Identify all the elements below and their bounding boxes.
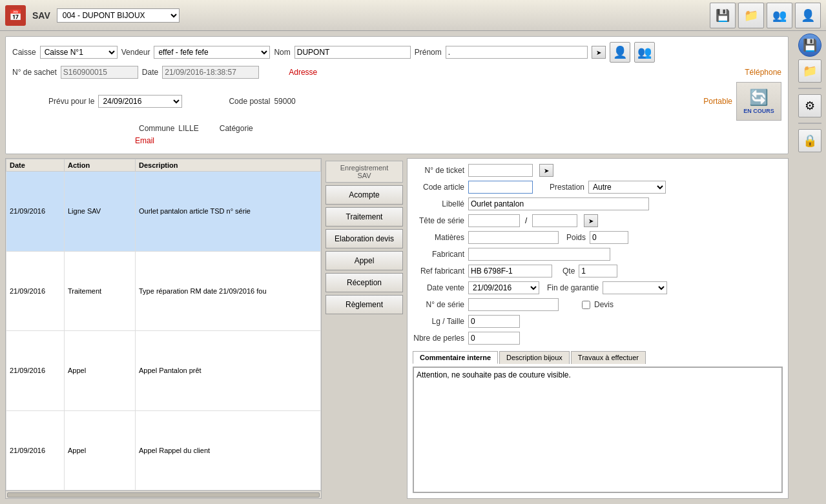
store-dropdown[interactable]: 004 - DUPONT BIJOUX: [57, 8, 180, 23]
save-button[interactable]: 💾: [710, 3, 736, 28]
devis-label: Devis: [594, 300, 614, 309]
sidebar-divider: [798, 88, 821, 89]
fin-garantie-label: Fin de garantie: [547, 283, 599, 292]
tabs-container: Commentaire interne Description bijoux T…: [413, 351, 783, 364]
commune-label: Commune: [139, 124, 174, 133]
date-label: Date: [142, 68, 158, 77]
code-postal-value: 59000: [274, 97, 295, 106]
sav-detail-panel: N° de ticket ➤ Code article Prestation A…: [407, 158, 789, 499]
code-article-label: Code article: [413, 183, 464, 192]
tab-content: Attention, ne souhaite pas de couture vi…: [413, 367, 783, 493]
acompte-button[interactable]: Acompte: [325, 185, 403, 205]
prestation-select[interactable]: Autre: [588, 181, 666, 194]
tab-commentaire-interne[interactable]: Commentaire interne: [413, 351, 498, 364]
ticket-input[interactable]: [468, 164, 533, 177]
traitement-button[interactable]: Traitement: [325, 207, 403, 227]
sachet-label: N° de sachet: [12, 68, 57, 77]
title-bar: 📅 SAV 004 - DUPONT BIJOUX 💾 📁 👥 👤: [0, 0, 826, 31]
app-name: SAV: [32, 10, 50, 21]
action-buttons-panel: Enregistrement SAV Acompte Traitement El…: [325, 158, 403, 499]
matieres-label: Matières: [413, 233, 464, 242]
caisse-select[interactable]: Caisse N°1: [40, 46, 118, 59]
sidebar-settings-button[interactable]: ⚙: [798, 94, 821, 117]
sidebar-lock-button[interactable]: 🔒: [798, 129, 821, 152]
table-scrollbar[interactable]: [6, 490, 321, 498]
lg-taille-input[interactable]: [468, 315, 520, 328]
sachet-input: [61, 66, 138, 79]
elaboration-devis-button[interactable]: Elaboration devis: [325, 229, 403, 248]
adresse-label: Adresse: [289, 68, 317, 77]
caisse-label: Caisse: [12, 48, 36, 57]
poids-label: Poids: [566, 233, 586, 242]
folder-button[interactable]: 📁: [738, 3, 764, 28]
tab-travaux-effectuer[interactable]: Travaux à effectuer: [571, 351, 646, 364]
en-cours-badge[interactable]: 🔄 EN COURS: [736, 82, 781, 121]
history-table: Date Action Description 21/09/2016Ligne …: [6, 159, 321, 490]
prevu-select[interactable]: 24/09/2016: [98, 95, 182, 108]
fin-garantie-select[interactable]: [603, 281, 667, 294]
people-button[interactable]: 👥: [767, 3, 792, 28]
ref-fabricant-label: Ref fabricant: [413, 267, 464, 276]
poids-input[interactable]: [590, 231, 628, 244]
qte-label: Qte: [563, 267, 575, 276]
nom-label: Nom: [274, 48, 290, 57]
code-article-input[interactable]: [468, 181, 533, 194]
table-row[interactable]: 21/09/2016AppelAppel Rappel du client: [6, 410, 321, 490]
qte-input[interactable]: [579, 265, 617, 277]
table-row[interactable]: 21/09/2016AppelAppel Pantalon prêt: [6, 331, 321, 411]
ref-fabricant-input[interactable]: [468, 265, 552, 277]
fabricant-input[interactable]: [468, 248, 610, 261]
tete-serie-arrow-button[interactable]: ➤: [584, 214, 598, 227]
n-serie-input[interactable]: [468, 298, 559, 311]
tete-serie-input1[interactable]: [468, 214, 520, 227]
sidebar-folder-button[interactable]: 📁: [798, 59, 821, 83]
prenom-arrow-button[interactable]: ➤: [592, 46, 606, 59]
right-sidebar: 💾 📁 ⚙ 🔒: [794, 31, 826, 504]
fabricant-label: Fabricant: [413, 250, 464, 259]
en-cours-label: EN COURS: [743, 108, 774, 114]
prestation-label: Prestation: [550, 183, 584, 192]
code-postal-label: Code postal: [229, 97, 270, 106]
date-vente-label: Date vente: [413, 283, 464, 292]
table-row[interactable]: 21/09/2016TraitementType réparation RM d…: [6, 251, 321, 331]
n-serie-label: N° de série: [413, 300, 464, 309]
group-avatar-button[interactable]: 👥: [634, 42, 655, 63]
nom-input[interactable]: [294, 46, 411, 59]
vendeur-select[interactable]: effef - fefe fefe: [154, 46, 270, 59]
date-vente-select[interactable]: 21/09/2016: [468, 281, 539, 294]
ticket-arrow-button[interactable]: ➤: [539, 164, 553, 177]
lg-taille-label: Lg / Taille: [413, 317, 464, 326]
tete-serie-input2[interactable]: [532, 214, 577, 227]
prenom-input[interactable]: [446, 46, 588, 59]
col-action: Action: [65, 159, 136, 172]
tab-description-bijoux[interactable]: Description bijoux: [499, 351, 570, 364]
categorie-label: Catégorie: [220, 124, 253, 133]
vendeur-label: Vendeur: [121, 48, 150, 57]
reception-button[interactable]: Réception: [325, 273, 403, 292]
person-button[interactable]: 👤: [795, 3, 821, 28]
comment-textarea[interactable]: Attention, ne souhaite pas de couture vi…: [413, 367, 782, 492]
enregistrement-label: Enregistrement SAV: [325, 161, 403, 183]
libelle-label: Libellé: [413, 199, 464, 208]
portable-label: Portable: [703, 97, 732, 106]
nbre-perles-label: Nbre de perles: [413, 334, 464, 343]
reglement-button[interactable]: Règlement: [325, 295, 403, 314]
nbre-perles-input[interactable]: [468, 332, 520, 345]
email-label: Email: [135, 136, 154, 145]
client-avatar-button[interactable]: 👤: [610, 42, 630, 63]
top-form-panel: Caisse Caisse N°1 Vendeur effef - fefe f…: [5, 36, 789, 154]
sidebar-save-button[interactable]: 💾: [798, 34, 821, 57]
prevu-label: Prévu pour le: [48, 97, 94, 106]
tete-serie-label: Tête de série: [413, 216, 464, 225]
prenom-label: Prénom: [415, 48, 442, 57]
appel-button[interactable]: Appel: [325, 251, 403, 270]
devis-checkbox[interactable]: [582, 301, 590, 309]
col-date: Date: [6, 159, 65, 172]
ticket-label: N° de ticket: [413, 166, 464, 175]
libelle-input[interactable]: [468, 197, 649, 210]
matieres-input[interactable]: [468, 231, 559, 244]
scrollbar-track: [7, 492, 320, 498]
commune-value: LILLE: [178, 124, 198, 133]
table-row[interactable]: 21/09/2016Ligne SAVOurlet pantalon artic…: [6, 172, 321, 252]
sidebar-divider2: [798, 123, 821, 124]
